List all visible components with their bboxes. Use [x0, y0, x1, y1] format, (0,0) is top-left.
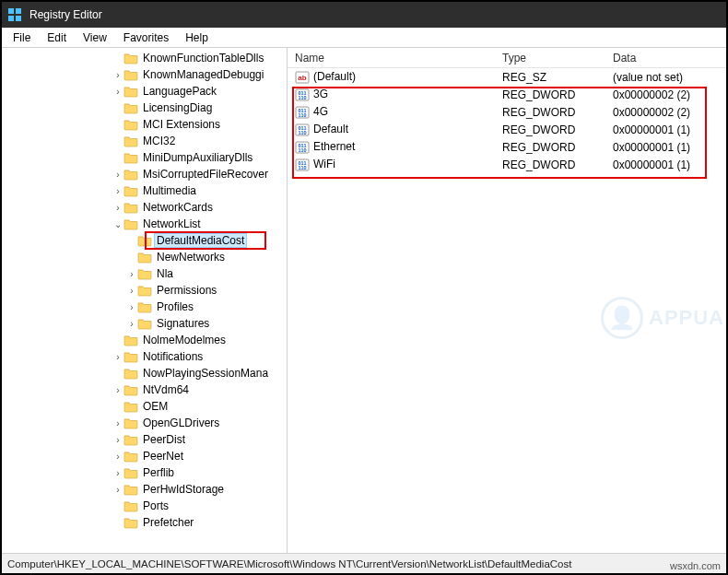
- tree-node[interactable]: ›Permissions: [2, 282, 287, 299]
- chevron-right-icon[interactable]: ›: [112, 70, 123, 80]
- folder-icon: [123, 483, 138, 496]
- tree-node[interactable]: NolmeModelmes: [2, 332, 287, 348]
- table-row[interactable]: 011110DefaultREG_DWORD0x00000001 (1): [288, 121, 726, 138]
- tree-node-label: Perflib: [141, 466, 176, 479]
- tree-node[interactable]: ›KnownManagedDebuggi: [2, 66, 287, 83]
- tree-node[interactable]: ›PerHwIdStorage: [2, 481, 287, 498]
- chevron-right-icon[interactable]: ›: [112, 203, 123, 213]
- tree-node[interactable]: ›OpenGLDrivers: [2, 415, 287, 431]
- chevron-right-icon[interactable]: ›: [112, 186, 123, 196]
- col-header-name[interactable]: Name: [288, 50, 495, 66]
- list-panel[interactable]: Name Type Data ab(Default)REG_SZ(value n…: [288, 48, 726, 553]
- table-row[interactable]: 0111104GREG_DWORD0x00000002 (2): [288, 103, 726, 121]
- value-data: 0x00000002 (2): [605, 106, 726, 119]
- chevron-right-icon[interactable]: ›: [126, 269, 137, 279]
- tree-node[interactable]: ›Multimedia: [2, 182, 287, 199]
- chevron-right-icon[interactable]: ›: [126, 302, 137, 312]
- tree-node[interactable]: ›Profiles: [2, 299, 287, 315]
- folder-icon: [123, 367, 138, 380]
- tree-node[interactable]: NowPlayingSessionMana: [2, 365, 287, 381]
- menu-bar: File Edit View Favorites Help: [2, 28, 726, 48]
- table-row[interactable]: ab(Default)REG_SZ(value not set): [288, 68, 726, 86]
- tree-node-label: NolmeModelmes: [141, 334, 228, 346]
- chevron-down-icon[interactable]: ⌄: [112, 219, 123, 229]
- tree-node[interactable]: Prefetcher: [2, 514, 287, 531]
- tree-node[interactable]: Ports: [2, 498, 287, 514]
- menu-edit[interactable]: Edit: [40, 29, 74, 46]
- tree-node[interactable]: ›Notifications: [2, 348, 287, 365]
- tree-node[interactable]: LicensingDiag: [2, 100, 287, 116]
- col-header-type[interactable]: Type: [495, 50, 605, 66]
- table-row[interactable]: 0111103GREG_DWORD0x00000002 (2): [288, 86, 726, 103]
- chevron-right-icon[interactable]: ›: [112, 352, 123, 362]
- folder-icon: [123, 400, 138, 413]
- tree-node[interactable]: KnownFunctionTableDlls: [2, 50, 287, 66]
- menu-view[interactable]: View: [76, 29, 114, 46]
- folder-icon: [123, 383, 138, 396]
- chevron-right-icon[interactable]: ›: [112, 385, 123, 395]
- tree-node[interactable]: ›PeerNet: [2, 448, 287, 464]
- tree-panel[interactable]: KnownFunctionTableDlls›KnownManagedDebug…: [2, 48, 288, 553]
- value-type: REG_DWORD: [495, 88, 605, 101]
- chevron-right-icon[interactable]: ›: [112, 452, 123, 462]
- tree-node-label: OpenGLDrivers: [141, 417, 221, 429]
- folder-icon: [123, 168, 138, 181]
- tree-node-label: OEM: [141, 400, 170, 413]
- chevron-right-icon[interactable]: ›: [112, 87, 123, 97]
- watermark: 👤 APPUALS: [601, 297, 726, 339]
- chevron-right-icon[interactable]: ›: [112, 435, 123, 445]
- tree-node[interactable]: NewNetworks: [2, 249, 287, 265]
- col-header-data[interactable]: Data: [605, 50, 726, 66]
- tree-node-label: PerHwIdStorage: [141, 483, 226, 496]
- value-data: 0x00000001 (1): [605, 158, 726, 171]
- value-data: 0x00000002 (2): [605, 88, 726, 101]
- chevron-right-icon[interactable]: ›: [112, 170, 123, 180]
- chevron-right-icon[interactable]: ›: [112, 485, 123, 495]
- tree-node[interactable]: ›NetworkCards: [2, 199, 287, 216]
- tree-node[interactable]: MiniDumpAuxiliaryDlls: [2, 149, 287, 166]
- value-name: WiFi: [313, 158, 335, 170]
- tree-node[interactable]: ›Perflib: [2, 464, 287, 481]
- menu-help[interactable]: Help: [178, 29, 216, 46]
- chevron-right-icon[interactable]: ›: [112, 418, 123, 428]
- chevron-right-icon[interactable]: ›: [126, 286, 137, 296]
- tree-node-label: Multimedia: [141, 184, 198, 197]
- tree-node[interactable]: ›Signatures: [2, 315, 287, 332]
- tree-node[interactable]: OEM: [2, 398, 287, 415]
- menu-file[interactable]: File: [6, 29, 38, 46]
- tree-node[interactable]: ›NtVdm64: [2, 381, 287, 398]
- tree-node[interactable]: ›LanguagePack: [2, 83, 287, 100]
- tree-node[interactable]: ›PeerDist: [2, 431, 287, 448]
- chevron-right-icon[interactable]: ›: [126, 319, 137, 329]
- table-row[interactable]: 011110WiFiREG_DWORD0x00000001 (1): [288, 156, 726, 173]
- svg-rect-1: [16, 8, 21, 14]
- value-type: REG_DWORD: [495, 106, 605, 119]
- folder-icon: [123, 499, 138, 512]
- tree-node[interactable]: ›MsiCorruptedFileRecover: [2, 166, 287, 182]
- value-name: 3G: [313, 88, 328, 100]
- folder-icon: [123, 184, 138, 197]
- tree-node-label: Profiles: [155, 300, 195, 313]
- folder-icon: [123, 350, 138, 363]
- svg-text:110: 110: [298, 112, 306, 118]
- attribution: wsxdn.com: [670, 560, 721, 571]
- folder-icon: [123, 433, 138, 446]
- tree-node[interactable]: ⌄NetworkList: [2, 216, 287, 232]
- tree-node[interactable]: ›Nla: [2, 265, 287, 282]
- folder-icon: [123, 334, 138, 346]
- folder-icon: [123, 417, 138, 429]
- tree-node[interactable]: DefaultMediaCost: [2, 232, 287, 249]
- chevron-right-icon[interactable]: ›: [112, 468, 123, 478]
- folder-icon: [123, 85, 138, 98]
- menu-favorites[interactable]: Favorites: [116, 29, 176, 46]
- svg-rect-2: [8, 16, 14, 21]
- tree-node-label: Nla: [155, 267, 175, 280]
- tree-node[interactable]: MCI Extensions: [2, 116, 287, 133]
- table-row[interactable]: 011110EthernetREG_DWORD0x00000001 (1): [288, 138, 726, 156]
- value-type: REG_SZ: [495, 71, 605, 84]
- tree-node[interactable]: MCI32: [2, 133, 287, 149]
- folder-icon: [123, 118, 138, 131]
- folder-icon: [123, 101, 138, 114]
- tree-node-label: Notifications: [141, 350, 205, 363]
- folder-icon: [137, 234, 152, 247]
